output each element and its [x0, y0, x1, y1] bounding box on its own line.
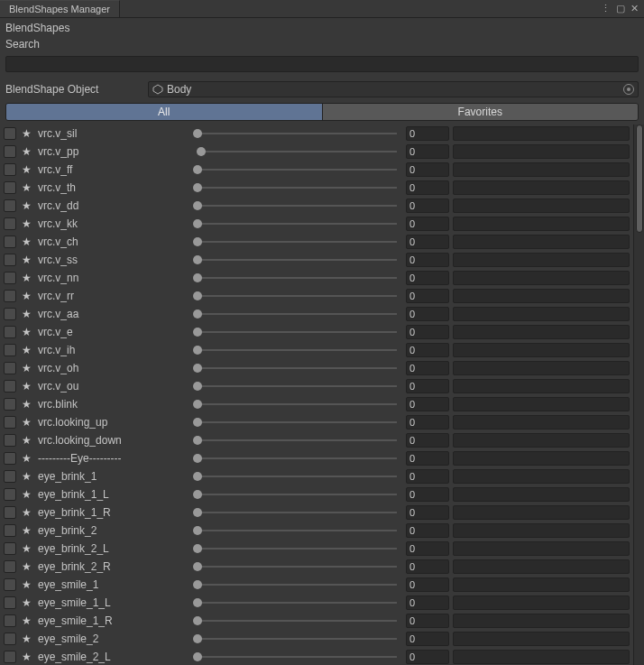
slider-thumb[interactable] — [193, 526, 202, 535]
slider-thumb[interactable] — [193, 472, 202, 481]
row-checkbox[interactable] — [4, 416, 16, 429]
blendshape-value[interactable]: 0 — [406, 577, 449, 592]
blendshape-slider[interactable] — [191, 504, 402, 521]
blendshape-value[interactable]: 0 — [406, 433, 449, 448]
slider-thumb[interactable] — [193, 201, 202, 210]
row-checkbox[interactable] — [4, 217, 16, 230]
blendshape-slider[interactable] — [191, 378, 402, 394]
star-icon[interactable]: ★ — [20, 308, 32, 320]
slider-thumb[interactable] — [193, 328, 202, 337]
slider-thumb[interactable] — [193, 616, 202, 625]
row-checkbox[interactable] — [4, 398, 16, 411]
row-checkbox[interactable] — [4, 290, 16, 302]
blendshape-tag-field[interactable] — [453, 614, 630, 628]
slider-thumb[interactable] — [193, 418, 202, 427]
blendshape-value[interactable]: 0 — [406, 126, 449, 141]
blendshape-value[interactable]: 0 — [406, 614, 449, 628]
star-icon[interactable]: ★ — [20, 452, 32, 465]
blendshape-value[interactable]: 0 — [406, 325, 449, 339]
panel-tab[interactable]: BlendShapes Manager — [0, 0, 120, 17]
tab-all[interactable]: All — [6, 104, 322, 120]
row-checkbox[interactable] — [4, 578, 16, 591]
slider-thumb[interactable] — [193, 580, 202, 589]
row-checkbox[interactable] — [4, 506, 16, 519]
slider-thumb[interactable] — [193, 129, 202, 138]
slider-thumb[interactable] — [193, 634, 202, 643]
blendshape-value[interactable]: 0 — [406, 415, 449, 429]
row-checkbox[interactable] — [4, 199, 16, 212]
row-checkbox[interactable] — [4, 344, 16, 356]
star-icon[interactable]: ★ — [20, 542, 32, 555]
scrollbar[interactable] — [633, 125, 644, 665]
row-checkbox[interactable] — [4, 308, 16, 320]
blendshape-tag-field[interactable] — [453, 632, 630, 646]
blendshape-slider[interactable] — [191, 143, 402, 160]
row-checkbox[interactable] — [4, 254, 16, 266]
blendshape-slider[interactable] — [191, 631, 402, 647]
blendshape-tag-field[interactable] — [453, 577, 630, 592]
blendshape-value[interactable]: 0 — [406, 271, 449, 285]
blendshape-tag-field[interactable] — [453, 397, 630, 411]
blendshape-tag-field[interactable] — [453, 235, 630, 249]
blendshape-tag-field[interactable] — [453, 505, 630, 520]
star-icon[interactable]: ★ — [20, 199, 32, 212]
blendshape-value[interactable]: 0 — [406, 361, 449, 375]
blendshape-slider[interactable] — [191, 270, 402, 286]
maximize-icon[interactable]: ▢ — [616, 3, 625, 14]
blendshape-value[interactable]: 0 — [406, 632, 449, 646]
slider-thumb[interactable] — [193, 346, 202, 355]
blendshape-slider[interactable] — [191, 324, 402, 340]
star-icon[interactable]: ★ — [20, 163, 32, 176]
blendshape-slider[interactable] — [191, 288, 402, 304]
slider-thumb[interactable] — [193, 508, 202, 517]
star-icon[interactable]: ★ — [20, 470, 32, 483]
row-checkbox[interactable] — [4, 614, 16, 627]
blendshape-tag-field[interactable] — [453, 650, 630, 664]
menu-icon[interactable]: ⋮ — [601, 3, 611, 14]
blendshape-tag-field[interactable] — [453, 541, 630, 556]
row-checkbox[interactable] — [4, 181, 16, 194]
blendshape-tag-field[interactable] — [453, 451, 630, 466]
blendshape-value[interactable]: 0 — [406, 235, 449, 249]
close-icon[interactable]: ✕ — [630, 3, 639, 14]
blendshape-slider[interactable] — [191, 252, 402, 268]
star-icon[interactable]: ★ — [20, 254, 32, 266]
blendshape-tag-field[interactable] — [453, 523, 630, 538]
slider-thumb[interactable] — [193, 382, 202, 391]
star-icon[interactable]: ★ — [20, 272, 32, 284]
blendshape-slider[interactable] — [191, 306, 402, 322]
blendshape-tag-field[interactable] — [453, 415, 630, 429]
star-icon[interactable]: ★ — [20, 145, 32, 158]
blendshape-tag-field[interactable] — [453, 180, 630, 195]
slider-thumb[interactable] — [193, 436, 202, 445]
blendshape-value[interactable]: 0 — [406, 541, 449, 556]
search-input[interactable] — [6, 57, 638, 71]
star-icon[interactable]: ★ — [20, 614, 32, 627]
slider-thumb[interactable] — [193, 183, 202, 192]
blendshape-slider[interactable] — [191, 342, 402, 358]
blendshape-slider[interactable] — [191, 180, 402, 196]
slider-thumb[interactable] — [193, 652, 202, 661]
row-checkbox[interactable] — [4, 362, 16, 374]
slider-thumb[interactable] — [193, 273, 202, 282]
row-checkbox[interactable] — [4, 236, 16, 248]
blendshape-tag-field[interactable] — [453, 307, 630, 321]
slider-thumb[interactable] — [193, 165, 202, 174]
blendshape-value[interactable]: 0 — [406, 379, 449, 393]
blendshape-tag-field[interactable] — [453, 289, 630, 303]
blendshape-value[interactable]: 0 — [406, 650, 449, 664]
slider-thumb[interactable] — [193, 544, 202, 553]
blendshape-slider[interactable] — [191, 522, 402, 539]
blendshape-slider[interactable] — [191, 649, 402, 665]
blendshape-value[interactable]: 0 — [406, 253, 449, 267]
blendshape-value[interactable]: 0 — [406, 469, 449, 484]
slider-thumb[interactable] — [197, 147, 206, 156]
blendshape-tag-field[interactable] — [453, 144, 630, 159]
row-checkbox[interactable] — [4, 596, 16, 609]
blendshape-slider[interactable] — [191, 396, 402, 412]
row-checkbox[interactable] — [4, 380, 16, 393]
row-checkbox[interactable] — [4, 434, 16, 447]
row-checkbox[interactable] — [4, 272, 16, 284]
blendshape-value[interactable]: 0 — [406, 596, 449, 610]
blendshape-value[interactable]: 0 — [406, 505, 449, 520]
